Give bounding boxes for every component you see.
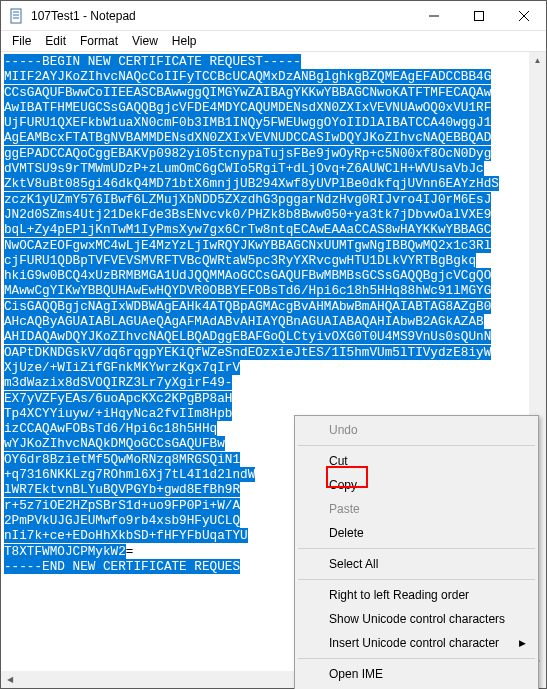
ctx-undo-label: Undo bbox=[329, 423, 358, 437]
ctx-copy[interactable]: Copy bbox=[297, 473, 536, 497]
ctx-copy-label: Copy bbox=[329, 478, 357, 492]
notepad-app-icon bbox=[9, 8, 25, 24]
ctx-separator bbox=[298, 658, 535, 659]
minimize-button[interactable] bbox=[411, 1, 456, 30]
ctx-separator bbox=[298, 548, 535, 549]
menu-file[interactable]: File bbox=[5, 32, 38, 50]
svg-rect-5 bbox=[474, 11, 483, 20]
ctx-open-ime[interactable]: Open IME bbox=[297, 662, 536, 686]
menubar: File Edit Format View Help bbox=[1, 31, 546, 51]
window-title: 107Test1 - Notepad bbox=[31, 9, 411, 23]
close-button[interactable] bbox=[501, 1, 546, 30]
scroll-left-arrow-icon[interactable]: ◀ bbox=[1, 671, 18, 688]
ctx-delete-label: Delete bbox=[329, 526, 364, 540]
menu-edit[interactable]: Edit bbox=[38, 32, 73, 50]
ctx-show-unicode-label: Show Unicode control characters bbox=[329, 612, 505, 626]
ctx-delete[interactable]: Delete bbox=[297, 521, 536, 545]
ctx-cut-label: Cut bbox=[329, 454, 348, 468]
maximize-button[interactable] bbox=[456, 1, 501, 30]
ctx-insert-unicode[interactable]: Insert Unicode control character▶ bbox=[297, 631, 536, 655]
context-menu: Undo Cut Copy Paste Delete Select All Ri… bbox=[294, 415, 539, 689]
titlebar: 107Test1 - Notepad bbox=[1, 1, 546, 31]
submenu-arrow-icon: ▶ bbox=[519, 638, 526, 648]
ctx-select-all[interactable]: Select All bbox=[297, 552, 536, 576]
ctx-undo[interactable]: Undo bbox=[297, 418, 536, 442]
ctx-select-all-label: Select All bbox=[329, 557, 378, 571]
ctx-rtl[interactable]: Right to left Reading order bbox=[297, 583, 536, 607]
window-controls bbox=[411, 1, 546, 30]
menu-view[interactable]: View bbox=[125, 32, 165, 50]
ctx-separator bbox=[298, 445, 535, 446]
ctx-show-unicode[interactable]: Show Unicode control characters bbox=[297, 607, 536, 631]
ctx-rtl-label: Right to left Reading order bbox=[329, 588, 469, 602]
ctx-paste[interactable]: Paste bbox=[297, 497, 536, 521]
menu-help[interactable]: Help bbox=[165, 32, 204, 50]
ctx-cut[interactable]: Cut bbox=[297, 449, 536, 473]
scroll-up-arrow-icon[interactable]: ▲ bbox=[529, 52, 546, 69]
menu-format[interactable]: Format bbox=[73, 32, 125, 50]
ctx-open-ime-label: Open IME bbox=[329, 667, 383, 681]
svg-rect-0 bbox=[11, 9, 21, 23]
ctx-separator bbox=[298, 579, 535, 580]
ctx-paste-label: Paste bbox=[329, 502, 360, 516]
ctx-insert-unicode-label: Insert Unicode control character bbox=[329, 636, 499, 650]
